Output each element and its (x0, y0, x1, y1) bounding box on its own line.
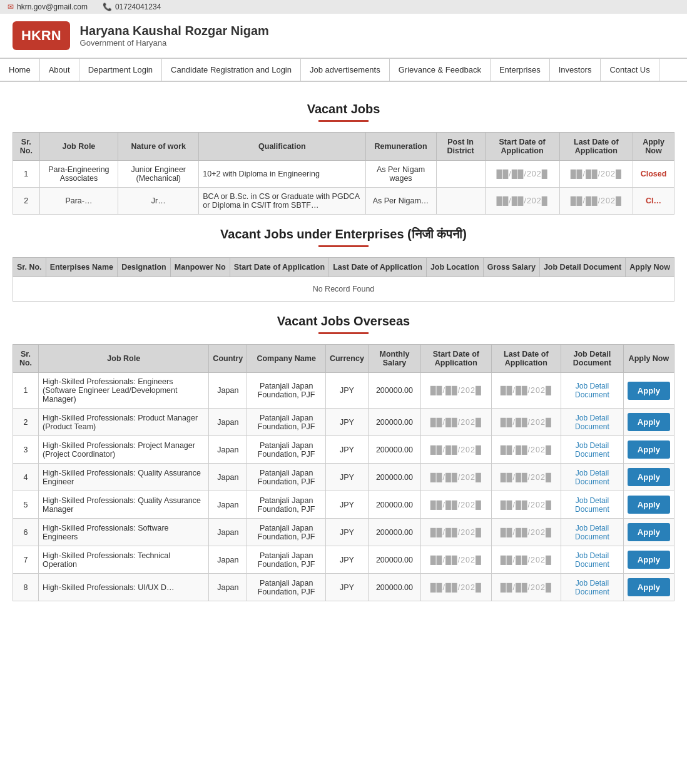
nav: Home About Department Login Candidate Re… (0, 58, 687, 82)
ov-td-country: Japan (209, 436, 247, 464)
ov-td-company: Patanjali Japan Foundation, PJF (247, 546, 326, 574)
ov-td-currency: JPY (325, 546, 368, 574)
td-last-date: ██/██/202█ (559, 161, 633, 188)
td-sr: 1 (13, 161, 40, 188)
td-remuneration: As Per Nigam… (365, 188, 436, 215)
logo: HKRN (13, 21, 70, 50)
ov-td-apply[interactable]: Apply (623, 464, 674, 491)
table-row: 6 High-Skilled Professionals: Software E… (13, 519, 674, 546)
top-bar: ✉ hkrn.gov@gmail.com 📞 01724041234 (0, 0, 687, 14)
ov-td-apply[interactable]: Apply (623, 519, 674, 546)
td-job-role: Para-… (39, 188, 118, 215)
th-remuneration: Remuneration (365, 133, 436, 161)
org-name: Haryana Kaushal Rozgar Nigam (80, 24, 269, 38)
ov-td-last: ██/██/202█ (491, 491, 561, 519)
th-district: Post In District (436, 133, 485, 161)
ent-th-apply: Apply Now (626, 258, 674, 277)
nav-about[interactable]: About (40, 59, 79, 81)
ov-td-last: ██/██/202█ (491, 574, 561, 601)
nav-dept-login[interactable]: Department Login (79, 59, 162, 81)
ov-th-currency: Currency (325, 345, 368, 373)
nav-candidate-reg[interactable]: Candidate Registration and Login (162, 59, 301, 81)
apply-button[interactable]: Apply (628, 523, 670, 541)
phone-info: 📞 01724041234 (103, 3, 161, 11)
ov-td-doc: Job Detail Document (561, 546, 623, 574)
ov-td-doc: Job Detail Document (561, 373, 623, 409)
ov-td-apply[interactable]: Apply (623, 436, 674, 464)
apply-button[interactable]: Apply (628, 551, 670, 569)
ov-td-sr: 5 (13, 491, 39, 519)
apply-button[interactable]: Apply (628, 413, 670, 431)
ov-td-currency: JPY (325, 574, 368, 601)
ov-td-role: High-Skilled Professionals: Quality Assu… (39, 491, 209, 519)
nav-investors[interactable]: Investors (550, 59, 601, 81)
ov-td-doc: Job Detail Document (561, 464, 623, 491)
ov-td-country: Japan (209, 519, 247, 546)
ent-th-designation: Designation (118, 258, 171, 277)
ov-td-apply[interactable]: Apply (623, 574, 674, 601)
ov-td-country: Japan (209, 373, 247, 409)
ov-th-salary: Monthly Salary (368, 345, 420, 373)
apply-button[interactable]: Apply (628, 440, 670, 459)
ov-td-salary: 200000.00 (368, 491, 420, 519)
nav-home[interactable]: Home (0, 59, 40, 81)
ent-th-name: Enterpises Name (46, 258, 118, 277)
main-content: Vacant Jobs Sr. No. Job Role Nature of w… (0, 82, 687, 624)
org-info: Haryana Kaushal Rozgar Nigam Government … (80, 24, 269, 48)
ov-th-doc: Job Detail Document (561, 345, 623, 373)
ov-td-sr: 2 (13, 409, 39, 436)
job-detail-link[interactable]: Job Detail Document (575, 441, 609, 459)
ov-td-sr: 4 (13, 464, 39, 491)
ov-td-doc: Job Detail Document (561, 519, 623, 546)
job-detail-link[interactable]: Job Detail Document (575, 579, 609, 596)
ov-td-start: ██/██/202█ (421, 519, 492, 546)
job-detail-link[interactable]: Job Detail Document (575, 551, 609, 569)
nav-enterprises[interactable]: Enterprises (491, 59, 550, 81)
ov-td-role: High-Skilled Professionals: Product Mana… (39, 409, 209, 436)
nav-job-ads[interactable]: Job advertisements (301, 59, 390, 81)
th-sr-no: Sr. No. (13, 133, 40, 161)
job-detail-link[interactable]: Job Detail Document (575, 496, 609, 514)
th-job-role: Job Role (39, 133, 118, 161)
ov-td-salary: 200000.00 (368, 464, 420, 491)
job-detail-link[interactable]: Job Detail Document (575, 469, 609, 486)
ov-th-company: Company Name (247, 345, 326, 373)
ent-th-last: Last Date of Application (329, 258, 427, 277)
job-detail-link[interactable]: Job Detail Document (575, 382, 609, 399)
ov-td-currency: JPY (325, 491, 368, 519)
enterprises-header-row: Sr. No. Enterpises Name Designation Manp… (13, 258, 674, 277)
ov-td-apply[interactable]: Apply (623, 491, 674, 519)
ov-td-apply[interactable]: Apply (623, 546, 674, 574)
phone-text: 01724041234 (115, 3, 161, 11)
apply-button[interactable]: Apply (628, 468, 670, 486)
th-nature: Nature of work (118, 133, 199, 161)
overseas-underline (318, 332, 369, 334)
td-start-date: ██/██/202█ (485, 161, 559, 188)
td-district (436, 161, 485, 188)
no-record-row: No Record Found (13, 277, 674, 302)
apply-button[interactable]: Apply (628, 496, 670, 514)
ov-td-last: ██/██/202█ (491, 409, 561, 436)
job-detail-link[interactable]: Job Detail Document (575, 414, 609, 431)
ov-td-company: Patanjali Japan Foundation, PJF (247, 373, 326, 409)
vacant-jobs-underline (318, 120, 369, 122)
ov-td-start: ██/██/202█ (421, 574, 492, 601)
ent-th-sr: Sr. No. (13, 258, 46, 277)
apply-button[interactable]: Apply (628, 382, 670, 400)
ov-td-role: High-Skilled Professionals: Engineers (S… (39, 373, 209, 409)
ov-th-start: Start Date of Application (421, 345, 492, 373)
vacant-jobs-header-row: Sr. No. Job Role Nature of work Qualific… (13, 133, 674, 161)
nav-grievance[interactable]: Grievance & Feedback (390, 59, 491, 81)
nav-contact[interactable]: Contact Us (601, 59, 659, 81)
ov-td-salary: 200000.00 (368, 409, 420, 436)
td-qualification: 10+2 with Diploma in Engineering (199, 161, 365, 188)
ov-td-country: Japan (209, 409, 247, 436)
job-detail-link[interactable]: Job Detail Document (575, 524, 609, 541)
ov-td-sr: 6 (13, 519, 39, 546)
ov-td-apply[interactable]: Apply (623, 373, 674, 409)
ov-td-country: Japan (209, 464, 247, 491)
td-start-date: ██/██/202█ (485, 188, 559, 215)
apply-button[interactable]: Apply (628, 578, 670, 596)
ov-td-sr: 3 (13, 436, 39, 464)
ov-td-apply[interactable]: Apply (623, 409, 674, 436)
